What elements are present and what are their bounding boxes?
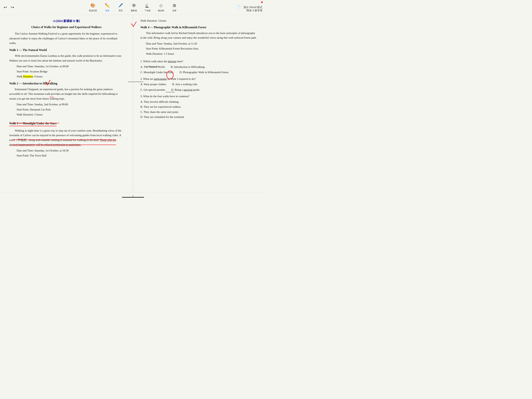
svg-text:U: U (146, 4, 148, 7)
walk3-heading: Walk 3 — Moonlight Under the Stars (9, 121, 57, 126)
eraser-tool[interactable]: ◇ 橡皮擦 (158, 3, 164, 12)
home-indicator (122, 197, 144, 198)
undo-button[interactable]: ↩ (4, 5, 7, 10)
question3: 3. What do the four walks have in common… (140, 94, 257, 99)
clear-icon: ⊞ (171, 3, 177, 8)
question1: 1. Which walk takes the shortest time? (140, 59, 257, 64)
strikethrough-label: 删除线 (131, 9, 137, 12)
participants-underline: participants (154, 77, 167, 80)
q3-optB: B. They are for experienced walkers. (140, 105, 257, 109)
settings-icon: 🎨 (90, 3, 96, 8)
more-dots-icon: ··· (131, 2, 135, 5)
clear-tool[interactable]: ⊞ 清屏 (171, 3, 177, 12)
question2: 2. What are participants in Walk 3 requi… (140, 77, 257, 82)
q2-options-row1: A. Wear proper clothes. B. Join a walkin… (140, 82, 257, 87)
settings-tool[interactable]: 🎨 星迹设置 (89, 3, 97, 12)
q1-optC: C. Moonlight Under the Stars. (140, 70, 174, 75)
nav-controls: ↩ ↪ (4, 5, 14, 10)
walk4-duration: Walk Duration: 1.5 hours (140, 51, 257, 56)
walk2-para: Emmanuel Chappard, an experienced guide,… (9, 87, 124, 101)
q2-options-row2: C. Get special permits. D. Bring a survi… (140, 88, 257, 92)
q2-optA: A. Wear proper clothes. (140, 82, 167, 87)
redo-button[interactable]: ↪ (11, 5, 14, 10)
eraser-icon: ◇ (158, 3, 164, 8)
walk2-duration: Walk Duration: 5 hours (9, 112, 124, 117)
toolbar: ··· ↩ ↪ 🎨 星迹设置 ✏️ 画笔 🖊️ 高亮 删除线 U 下划线 (0, 0, 266, 15)
exit-pencil-button[interactable]: 退出 Pencil 模式 (243, 6, 262, 9)
underline-icon: U (145, 3, 150, 8)
right-panel: Walk Duration: 3 hours Walk 4 — Photogra… (133, 15, 266, 192)
walk4-start: Start Point: Kilbrannish Forest Recreati… (140, 46, 257, 51)
shortest-underline: shortest (168, 60, 176, 63)
walk3-rule-text: Those who are dressed inappropriately wi… (9, 139, 116, 146)
walk1-duration: Walk Duration: 6 hours (9, 74, 124, 79)
walk4-para: This informative walk led by Richard Smy… (140, 31, 257, 40)
intro-paragraph: The Carlow Autumn Walking Festival is a … (9, 32, 124, 46)
settings-label: 星迹设置 (89, 9, 97, 12)
duration-highlight: Duration (23, 75, 33, 78)
walk4-date: Date and Time: Sunday, 2nd October, at 1… (140, 41, 257, 46)
underline-tool[interactable]: U 下划线 (145, 3, 151, 12)
red-dot-indicator (261, 1, 263, 3)
content-area: A·[2024 新课标 II 卷] Choice of Walks for Be… (0, 15, 266, 192)
q1-optD: D. Photographic Walk in Kilbrannish Fore… (180, 70, 229, 75)
walk3-heading-container: Walk 3 — Moonlight Under the Stars (9, 119, 124, 127)
walk3-start: Start Point: The Town Hall (9, 153, 124, 158)
walk3-para1: Walking at night-time is a great way to … (9, 128, 124, 147)
q1-optB: B. Introduction to Hillwalking. (171, 65, 205, 70)
q1-options-row1: A. The Natural World. B. Introduction to… (140, 65, 257, 70)
q2-optB: B. Join a walking club. (172, 82, 198, 87)
pen-icon: ✏️ (104, 3, 110, 8)
q1-options-row2: C. Moonlight Under the Stars. D. Photogr… (140, 70, 257, 75)
bottom-bar: 2 (0, 192, 266, 200)
q3-optA: A. They involve difficult climbing. (140, 100, 257, 104)
file-icon: 📄 (236, 5, 241, 10)
eraser-label: 橡皮擦 (158, 9, 164, 12)
highlight-icon: 🖊️ (118, 3, 124, 8)
pen-tool[interactable]: ✏️ 画笔 (104, 3, 110, 12)
walk2-date: Date and Time: Sunday, 2nd October, at 0… (9, 102, 124, 107)
q1-optA: A. The Natural World. (140, 65, 165, 70)
article-title-cn: A·[2024 新课标 II 卷] (9, 19, 124, 24)
q3-optC: C. They share the same start point. (140, 110, 257, 114)
left-panel: A·[2024 新课标 II 卷] Choice of Walks for Be… (0, 15, 133, 192)
q2-optD: D. Bring a survival guide. (171, 88, 200, 92)
pen-label: 画笔 (105, 9, 109, 12)
walk3-date: Date and Time: Saturday, 1st October, at… (9, 148, 124, 153)
q3-optD: D. They are scheduled for the weekend. (140, 115, 257, 120)
walk1-date: Date and Time: Saturday, 1st October, at… (9, 64, 124, 69)
highlight-label: 高亮 (119, 9, 123, 12)
walk1-para: With environmentalist Éanna Lamhna as th… (9, 54, 124, 63)
walk3-duration-right: Walk Duration: 3 hours (140, 19, 257, 23)
underline-label: 下划线 (145, 9, 151, 12)
walk2-heading: Walk 2 — Introduction to Hillwalking (9, 81, 124, 86)
highlight-tool[interactable]: 🖊️ 高亮 (118, 3, 124, 12)
survival-underline: survival (184, 88, 192, 91)
section-label: 阅读 A 篇专项 (247, 9, 262, 12)
walk2-start: Start Point: Deerpark Car Park (9, 107, 124, 112)
q2-optC: C. Get special permits. (140, 88, 166, 92)
walk4-heading: Walk 4 — Photographic Walk in Kilbrannis… (140, 25, 257, 30)
walk1-heading: Walk 1 — The Natural World (9, 47, 124, 52)
walk1-start: Start Point: Scratoes Bridge (9, 69, 124, 74)
article-title-en: Choice of Walks for Beginner and Experie… (9, 25, 124, 30)
clear-label: 清屏 (172, 9, 176, 12)
